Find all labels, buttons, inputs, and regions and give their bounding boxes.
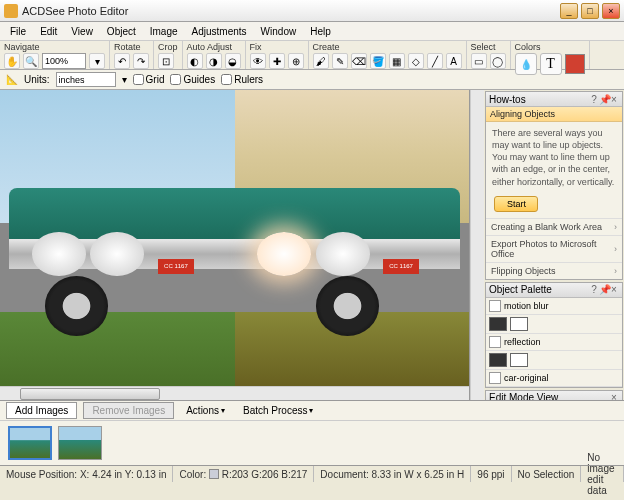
vertical-scrollbar[interactable] [470,90,484,400]
panel-close-icon[interactable]: × [609,284,619,295]
fill-icon[interactable]: 🪣 [370,53,386,69]
rotate-left-icon[interactable]: ↶ [114,53,130,69]
layer-visibility-icon[interactable] [489,372,501,384]
layer-mask[interactable] [510,353,528,367]
howto-description: There are several ways you may want to l… [486,122,622,193]
menu-adjustments[interactable]: Adjustments [186,24,253,39]
lasso-icon[interactable]: ◯ [490,53,506,69]
pencil-icon[interactable]: ✎ [332,53,348,69]
batch-process-dropdown[interactable]: Batch Process [237,403,319,418]
heal-icon[interactable]: ✚ [269,53,285,69]
layer-row[interactable]: reflection [486,334,622,351]
status-edit-data: No image edit data [581,466,624,482]
status-document-size: Document: 8.33 in W x 6.25 in H [314,466,471,482]
menu-bar: File Edit View Object Image Adjustments … [0,22,624,40]
license-plate: CC 1167 [158,259,194,274]
rotate-label: Rotate [114,41,149,53]
zoom-field[interactable] [42,53,86,69]
text-tool-icon[interactable]: T [540,53,562,75]
howto-active-topic[interactable]: Aligning Objects [486,107,622,122]
layer-visibility-icon[interactable] [489,300,501,312]
guides-checkbox[interactable] [170,74,181,85]
zoom-dropdown-icon[interactable]: ▾ [89,53,105,69]
shape-icon[interactable]: ◇ [408,53,424,69]
menu-view[interactable]: View [65,24,99,39]
main-toolbar: Navigate ✋ 🔍 ▾ Rotate ↶ ↷ Crop ⊡ Auto Ad… [0,40,624,70]
rulers-checkbox[interactable] [221,74,232,85]
auto-color-icon[interactable]: ◑ [206,53,222,69]
window-title: ACDSee Photo Editor [22,5,560,17]
gradient-icon[interactable]: ▦ [389,53,405,69]
menu-edit[interactable]: Edit [34,24,63,39]
menu-object[interactable]: Object [101,24,142,39]
redeye-icon[interactable]: 👁 [250,53,266,69]
rotate-right-icon[interactable]: ↷ [133,53,149,69]
crop-icon[interactable]: ⊡ [158,53,174,69]
units-label: Units: [24,74,50,85]
navigate-label: Navigate [4,41,105,53]
eraser-icon[interactable]: ⌫ [351,53,367,69]
layer-row[interactable]: motion blur [486,298,622,315]
start-button[interactable]: Start [494,196,538,212]
grid-checkbox[interactable] [133,74,144,85]
units-field[interactable] [56,72,116,87]
maximize-button[interactable]: □ [581,3,599,19]
auto-levels-icon[interactable]: ◐ [187,53,203,69]
status-color-swatch [209,469,219,479]
app-icon [4,4,18,18]
menu-help[interactable]: Help [304,24,337,39]
menu-file[interactable]: File [4,24,32,39]
status-ppi: 96 ppi [471,466,511,482]
menu-window[interactable]: Window [255,24,303,39]
panel-close-icon[interactable]: × [609,392,619,400]
units-dropdown-icon[interactable]: ▾ [122,74,127,85]
crop-label: Crop [158,41,178,53]
minimize-button[interactable]: _ [560,3,578,19]
actions-dropdown[interactable]: Actions [180,403,231,418]
howtos-title: How-tos [489,94,589,105]
line-icon[interactable]: ╱ [427,53,443,69]
color-swatch[interactable] [565,54,585,74]
license-plate: CC 1167 [383,259,419,274]
close-button[interactable]: × [602,3,620,19]
panel-close-icon[interactable]: × [609,94,619,105]
howto-link[interactable]: Flipping Objects [486,262,622,279]
panel-help-icon[interactable]: ? [589,284,599,295]
zoom-tool-icon[interactable]: 🔍 [23,53,39,69]
image-thumbnail[interactable] [58,426,102,460]
layer-thumb[interactable] [489,317,507,331]
menu-image[interactable]: Image [144,24,184,39]
status-selection: No Selection [512,466,582,482]
panel-pin-icon[interactable]: 📌 [599,94,609,105]
clone-icon[interactable]: ⊕ [288,53,304,69]
eyedropper-icon[interactable]: 💧 [515,53,537,75]
howto-link[interactable]: Creating a Blank Work Area [486,218,622,235]
howto-link[interactable]: Export Photos to Microsoft Office [486,235,622,262]
canvas[interactable]: CC 1167 CC 1167 [0,90,469,386]
layer-thumb[interactable] [489,353,507,367]
autoadjust-label: Auto Adjust [187,41,241,53]
image-thumbnail[interactable] [8,426,52,460]
colors-label: Colors [515,41,585,53]
text-icon[interactable]: A [446,53,462,69]
horizontal-scrollbar[interactable] [0,386,469,400]
fix-label: Fix [250,41,304,53]
status-mouse-position: Mouse Position: X: 4.24 in Y: 0.13 in [0,466,173,482]
layer-visibility-icon[interactable] [489,336,501,348]
layer-row[interactable]: car-original [486,370,622,387]
select-label: Select [471,41,506,53]
layer-mask[interactable] [510,317,528,331]
create-label: Create [313,41,462,53]
objects-title: Object Palette [489,284,589,295]
panel-pin-icon[interactable]: 📌 [599,284,609,295]
status-bar: Mouse Position: X: 4.24 in Y: 0.13 in Co… [0,465,624,482]
add-images-button[interactable]: Add Images [6,402,77,419]
auto-contrast-icon[interactable]: ◒ [225,53,241,69]
ruler-icon: 📐 [6,74,18,85]
pan-tool-icon[interactable]: ✋ [4,53,20,69]
panel-help-icon[interactable]: ? [589,94,599,105]
marquee-icon[interactable]: ▭ [471,53,487,69]
remove-images-button[interactable]: Remove Images [83,402,174,419]
editmode-title: Edit Mode View [489,392,609,400]
brush-icon[interactable]: 🖌 [313,53,329,69]
